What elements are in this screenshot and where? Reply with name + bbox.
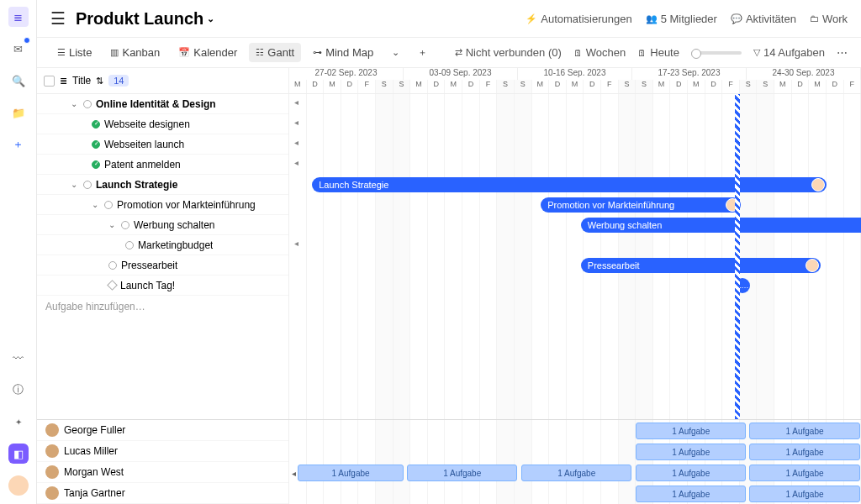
collapse-caret-icon[interactable]: ◂ — [292, 469, 296, 478]
add-task-input[interactable]: Aufgabe hinzufügen… — [37, 296, 288, 318]
sort-icon[interactable]: ⇅ — [96, 76, 103, 87]
timeline-day-label: M — [774, 80, 792, 93]
collapse-indicator-icon[interactable]: ◂ — [294, 138, 298, 147]
gantt-bars: ◂ ◂ ◂ ◂ ◂ Launch Strategie Promotion vor… — [289, 94, 861, 419]
rail-item-search[interactable]: 🔍 — [8, 71, 29, 91]
automations-button[interactable]: ⚡Automatisierungen — [526, 13, 631, 25]
menu-toggle-icon[interactable]: ☰ — [50, 8, 66, 29]
timeline-day-label: F — [601, 80, 619, 93]
collapse-indicator-icon[interactable]: ◂ — [294, 239, 298, 248]
title-column-header[interactable]: ≣ Title ⇅ 14 — [37, 68, 289, 93]
select-all-checkbox[interactable] — [44, 76, 55, 87]
rail-item-workspace[interactable]: ◧ — [8, 444, 29, 464]
workload-bar[interactable]: 1 Aufgabe — [636, 423, 746, 439]
assignee-avatar[interactable] — [811, 178, 825, 192]
gantt-bar-werbung[interactable]: Werbung schalten — [581, 218, 861, 233]
rail-item-projects[interactable]: ≣ — [8, 7, 29, 27]
task-row[interactable]: ⌄Online Identität & Design — [37, 94, 288, 114]
task-label: Patent anmelden — [104, 159, 181, 171]
view-more[interactable]: ⌄ — [385, 44, 406, 61]
workload-bar[interactable]: 1 Aufgabe — [749, 444, 859, 460]
workload-bar[interactable]: 1 Aufgabe — [521, 465, 631, 481]
people-icon: 👥 — [646, 13, 658, 24]
task-label: Pressearbeit — [121, 260, 177, 271]
view-list[interactable]: ☰Liste — [50, 43, 98, 62]
members-button[interactable]: 👥5 Mitglieder — [646, 13, 717, 25]
status-open-icon[interactable] — [121, 221, 129, 229]
status-open-icon[interactable] — [108, 261, 117, 270]
workload-bar[interactable]: 1 Aufgabe — [749, 465, 859, 481]
user-avatar[interactable] — [8, 475, 29, 496]
view-kanban[interactable]: ▥Kanban — [103, 43, 166, 62]
more-menu[interactable]: ⋯ — [837, 46, 848, 59]
activities-button[interactable]: 💬Aktivitäten — [731, 13, 796, 25]
person-row[interactable]: Tanja Gartner — [37, 483, 288, 504]
workload-bar[interactable]: 1 Aufgabe — [636, 444, 746, 460]
gantt-chart-area[interactable]: ◂ ◂ ◂ ◂ ◂ Launch Strategie Promotion vor… — [289, 94, 861, 419]
timeline-day-label: D — [462, 80, 480, 93]
view-calendar[interactable]: 📅Kalender — [172, 43, 244, 62]
bar-label: Launch Strategie — [319, 180, 388, 190]
chevron-down-icon[interactable]: ⌄ — [92, 200, 100, 209]
members-label: 5 Mitglieder — [661, 13, 717, 25]
collapse-indicator-icon[interactable]: ◂ — [294, 97, 298, 107]
collapse-indicator-icon[interactable]: ◂ — [294, 158, 298, 167]
chevron-down-icon[interactable]: ⌄ — [108, 220, 117, 229]
view-add[interactable]: ＋ — [411, 43, 434, 62]
view-gantt[interactable]: ☷Gantt — [249, 43, 301, 62]
rail-item-info[interactable]: ⓘ — [8, 380, 29, 400]
work-button[interactable]: 🗀Work — [810, 13, 848, 25]
person-row[interactable]: Lucas Miller — [37, 441, 288, 462]
task-row[interactable]: Pressearbeit — [37, 255, 288, 276]
assignee-avatar[interactable] — [806, 259, 819, 272]
task-row[interactable]: ⌄Promotion vor Markteinführung — [37, 195, 288, 215]
rail-item-apps[interactable]: ✦ — [8, 412, 29, 432]
workload-bar[interactable]: 1 Aufgabe — [298, 465, 404, 481]
rail-item-activity[interactable]: 〰 — [8, 348, 29, 368]
workload-bar[interactable]: 1 Aufgabe — [749, 486, 859, 502]
rail-item-add[interactable]: ＋ — [8, 134, 29, 155]
chevron-down-icon[interactable]: ⌄ — [207, 13, 214, 24]
status-open-icon[interactable] — [83, 100, 92, 108]
task-list: ⌄Online Identität & DesignWebseite desig… — [37, 94, 289, 419]
task-row[interactable]: Launch Tag! — [37, 276, 288, 296]
view-toolbar: ☰Liste ▥Kanban 📅Kalender ☷Gantt ⊶Mind Ma… — [37, 38, 861, 68]
status-open-icon[interactable] — [104, 201, 113, 209]
task-count-filter[interactable]: ▽14 Aufgaben — [753, 46, 825, 59]
task-row[interactable]: Patent anmelden — [37, 155, 288, 175]
milestone-icon[interactable] — [107, 280, 118, 291]
rail-item-folder[interactable]: 📁 — [8, 102, 29, 123]
status-done-icon[interactable] — [92, 120, 100, 129]
person-row[interactable]: George Fuller — [37, 420, 288, 441]
collapse-indicator-icon[interactable]: ◂ — [294, 118, 298, 127]
today-button[interactable]: 🗓Heute — [637, 46, 679, 59]
notification-dot-icon — [24, 37, 30, 44]
workload-bar[interactable]: 1 Aufgabe — [749, 423, 859, 439]
task-row[interactable]: ⌄Launch Strategie — [37, 175, 288, 195]
timeline-day-label: M — [688, 80, 705, 93]
task-row[interactable]: Marketingbudget — [37, 235, 288, 255]
connection-status[interactable]: ⇄Nicht verbunden (0) — [455, 46, 562, 59]
status-done-icon[interactable] — [92, 140, 100, 149]
status-open-icon[interactable] — [83, 181, 92, 189]
chevron-down-icon[interactable]: ⌄ — [71, 99, 79, 108]
task-row[interactable]: ⌄Werbung schalten — [37, 215, 288, 235]
zoom-slider[interactable] — [691, 51, 742, 55]
view-mindmap[interactable]: ⊶Mind Map — [306, 43, 380, 62]
person-row[interactable]: Morgan West — [37, 462, 288, 483]
chevron-down-icon[interactable]: ⌄ — [71, 180, 79, 189]
workload-bar[interactable]: 1 Aufgabe — [636, 486, 746, 502]
gantt-bar-launch-strategie[interactable]: Launch Strategie — [312, 177, 827, 192]
gantt-bar-promotion[interactable]: Promotion vor Markteinführung — [541, 197, 741, 213]
task-row[interactable]: Webseite designen — [37, 114, 288, 134]
status-done-icon[interactable] — [92, 160, 100, 169]
task-count-badge: 14 — [108, 75, 129, 87]
workload-bar[interactable]: 1 Aufgabe — [636, 465, 746, 481]
status-open-icon[interactable] — [125, 241, 134, 249]
task-row[interactable]: Webseiten launch — [37, 134, 288, 155]
workload-bar[interactable]: 1 Aufgabe — [407, 465, 517, 481]
timescale-select[interactable]: 🗓Wochen — [573, 46, 626, 59]
page-title[interactable]: Produkt Launch ⌄ — [76, 9, 515, 29]
gantt-bar-pressearbeit[interactable]: Pressearbeit — [581, 258, 821, 273]
rail-item-inbox[interactable]: ✉ — [8, 39, 29, 59]
